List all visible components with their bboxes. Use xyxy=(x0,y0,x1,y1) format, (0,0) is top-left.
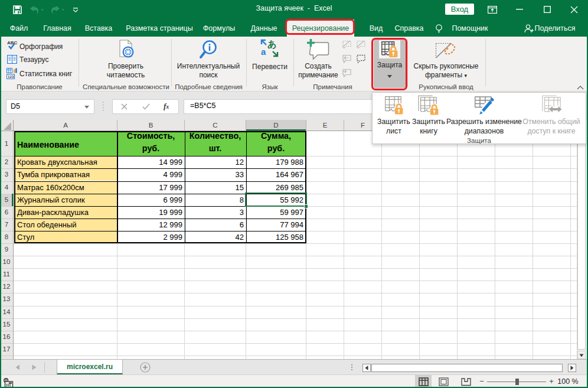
svg-text:а: а xyxy=(261,47,266,57)
svg-text:あ: あ xyxy=(267,39,276,50)
svg-text:ABC: ABC xyxy=(7,40,18,45)
svg-text:123: 123 xyxy=(8,74,14,79)
